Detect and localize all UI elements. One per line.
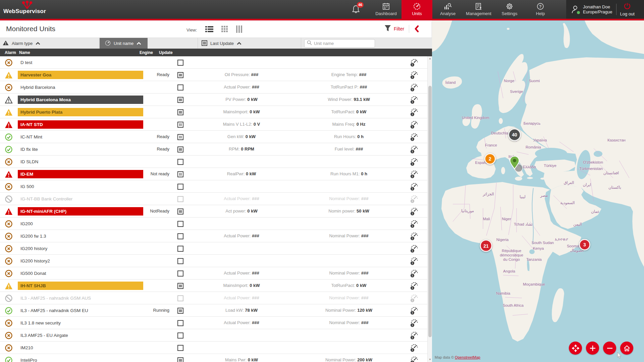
logout-button[interactable]: Log out xyxy=(620,2,634,16)
unit-detail-gauge-icon[interactable]: i xyxy=(410,132,419,141)
table-row[interactable]: IG-NT-BB Bank ControllerActual Power: ##… xyxy=(0,193,432,205)
table-row[interactable]: IG200 history2i xyxy=(0,255,432,267)
map-unit-pin[interactable] xyxy=(509,156,520,171)
unit-detail-gauge-icon[interactable]: i xyxy=(410,318,419,327)
table-row[interactable]: ID-EMNot readyRealPwr: 0 kWRun Hours M1:… xyxy=(0,168,432,180)
unit-detail-gauge-icon[interactable]: i xyxy=(410,194,419,203)
openstreetmap-link[interactable]: OpenstreetMap xyxy=(455,355,480,359)
unit-detail-gauge-icon[interactable]: i xyxy=(410,95,419,104)
table-row[interactable]: IL3 AMF25 - EU Airgatei xyxy=(0,329,432,342)
table-row[interactable]: IH-NT SHJBMainsImport: 0 kWTotRunPact: 0… xyxy=(0,280,432,292)
table-row[interactable]: IG200i xyxy=(0,218,432,230)
unit-detail-gauge-icon[interactable]: i xyxy=(410,306,419,315)
unit-detail-gauge-icon[interactable]: i xyxy=(410,120,419,129)
unit-detail-gauge-icon[interactable]: i xyxy=(410,256,419,265)
table-row[interactable]: Hybrid BarcelonaActual Power: ###TotRunP… xyxy=(0,81,432,94)
home-button[interactable] xyxy=(620,342,633,355)
unit-name: ID-EM xyxy=(18,170,143,178)
table-row[interactable]: IC-NT MintReadyGen kW: 0 kWRun Hours: 0 … xyxy=(0,131,432,143)
scroll-down-arrow[interactable]: ▼ xyxy=(428,357,432,362)
update-status-icon xyxy=(177,357,184,362)
unit-detail-gauge-icon[interactable]: i xyxy=(410,281,419,290)
unit-name: Hybrid Barcelona Moxa xyxy=(18,96,143,104)
svg-text:i: i xyxy=(412,125,413,128)
nav-item-settings[interactable]: Settings xyxy=(494,0,525,19)
mouse-cursor xyxy=(617,352,622,360)
filter-chip-unit-name[interactable]: Unit name xyxy=(100,38,148,49)
unit-detail-gauge-icon[interactable]: i xyxy=(410,356,419,362)
unit-detail-gauge-icon[interactable]: i xyxy=(410,207,419,216)
table-row[interactable]: IL3 - AMF25 - nahradnik GSM AUSActual Po… xyxy=(0,292,432,304)
zoom-in-button[interactable] xyxy=(586,342,599,355)
zoom-out-button[interactable] xyxy=(603,342,616,355)
unit-name: IG-NT-BB Bank Controller xyxy=(18,195,143,203)
nav-item-label: Management xyxy=(466,11,491,16)
update-status-icon xyxy=(177,196,184,202)
table-row[interactable]: ID flx liteReadyRPM: 0 RPMFuel level: ##… xyxy=(0,143,432,156)
unit-detail-gauge-icon[interactable]: i xyxy=(410,294,419,303)
table-row[interactable]: Hybrid Puerto PlataMainsImport: 0 kWTotR… xyxy=(0,106,432,118)
pan-button[interactable] xyxy=(569,342,582,355)
unit-detail-gauge-icon[interactable]: i xyxy=(410,232,419,241)
nav-item-dashboard[interactable]: Dashboard xyxy=(371,0,401,19)
update-status-icon xyxy=(177,307,184,314)
nav-item-management[interactable]: Management xyxy=(463,0,494,19)
nav-item-help[interactable]: ?Help xyxy=(525,0,556,19)
unit-detail-gauge-icon[interactable]: i xyxy=(410,58,419,67)
unit-detail-gauge-icon[interactable]: i xyxy=(410,108,419,117)
filter-chip-last-update[interactable]: Last Update xyxy=(202,38,241,49)
table-row[interactable]: InteliProMains Pwr: 0 kWNominal Power: 2… xyxy=(0,354,432,362)
unit-detail-gauge-icon[interactable]: i xyxy=(410,145,419,154)
map-cluster-marker[interactable]: 3 xyxy=(579,239,590,250)
metric-2: Run Hours: 0 h xyxy=(295,134,402,139)
table-row[interactable]: D testi xyxy=(0,56,432,69)
unit-detail-gauge-icon[interactable]: i xyxy=(410,83,419,92)
view-grid-button[interactable] xyxy=(221,26,228,34)
unit-detail-gauge-icon[interactable]: i xyxy=(410,343,419,352)
scroll-up-arrow[interactable]: ▲ xyxy=(428,56,432,61)
update-status-icon xyxy=(177,332,184,339)
nav-item-units[interactable]: Units xyxy=(401,0,432,19)
svg-text:i: i xyxy=(412,100,413,104)
filter-button[interactable]: Filter xyxy=(394,26,404,32)
map-cluster-marker[interactable]: 2 xyxy=(484,153,496,165)
table-row[interactable]: IA-NT STDMains V L1-L2: 0 VMains Freq: 0… xyxy=(0,118,432,131)
table-row[interactable]: IM210i xyxy=(0,342,432,354)
unit-detail-gauge-icon[interactable]: i xyxy=(410,70,419,79)
table-row[interactable]: ID SLDNi xyxy=(0,156,432,168)
unit-detail-gauge-icon[interactable]: i xyxy=(410,269,419,278)
table-row[interactable]: IG500 DonatActual Power: ###Nominal Powe… xyxy=(0,267,432,280)
notifications-button[interactable]: 46 xyxy=(352,4,366,17)
table-row[interactable]: IL3 - AMF25 - nahradnik GSM EURunningLoa… xyxy=(0,304,432,317)
filter-chip-label: Unit name xyxy=(114,41,133,46)
nav-item-analyse[interactable]: Analyse xyxy=(432,0,463,19)
table-row[interactable]: IG200 historyi xyxy=(0,242,432,255)
map-cluster-marker[interactable]: 21 xyxy=(480,240,492,252)
scrollbar-thumb[interactable] xyxy=(428,86,432,337)
table-row[interactable]: IL3 1.8 new securityActual Power: ###Nom… xyxy=(0,317,432,329)
table-row[interactable]: Hybrid Barcelona MoxaPV Power: 0 kWWind … xyxy=(0,94,432,106)
user-info[interactable]: Jonathan Doe Europe/Prague xyxy=(583,4,612,14)
table-row[interactable]: IG200 fw 1.3Actual Power: ###Nominal Pow… xyxy=(0,230,432,242)
table-row[interactable]: Harvester GoaReadyOil Pressure: ###Engin… xyxy=(0,69,432,81)
map-cluster-marker[interactable]: 40 xyxy=(508,128,521,141)
unit-detail-gauge-icon[interactable]: i xyxy=(410,157,419,166)
engine-status: Ready xyxy=(144,134,169,139)
unit-detail-gauge-icon[interactable]: i xyxy=(410,244,419,253)
user-avatar-icon[interactable] xyxy=(570,4,580,14)
unit-search-input[interactable] xyxy=(314,41,371,46)
view-columns-button[interactable] xyxy=(236,25,242,34)
alarm-status-icon xyxy=(5,59,13,67)
previous-page-button[interactable] xyxy=(414,25,419,33)
units-map[interactable]: ÍslandNorgeSuomiSverigeUnited KingdomБел… xyxy=(432,20,644,362)
table-scrollbar[interactable]: ▲ ▼ xyxy=(427,56,432,362)
unit-detail-gauge-icon[interactable]: i xyxy=(410,182,419,191)
view-list-button[interactable] xyxy=(205,26,213,34)
metric-1: Oil Pressure: ### xyxy=(188,72,295,77)
table-row[interactable]: IG 500i xyxy=(0,180,432,193)
unit-detail-gauge-icon[interactable]: i xyxy=(410,331,419,340)
unit-detail-gauge-icon[interactable]: i xyxy=(410,170,419,179)
filter-chip-alarm-type[interactable]: Alarm type xyxy=(3,38,40,49)
unit-detail-gauge-icon[interactable]: i xyxy=(410,219,419,228)
table-row[interactable]: IG-NT-miniAFR (CHP)NotReadyAct power: 0 … xyxy=(0,205,432,218)
